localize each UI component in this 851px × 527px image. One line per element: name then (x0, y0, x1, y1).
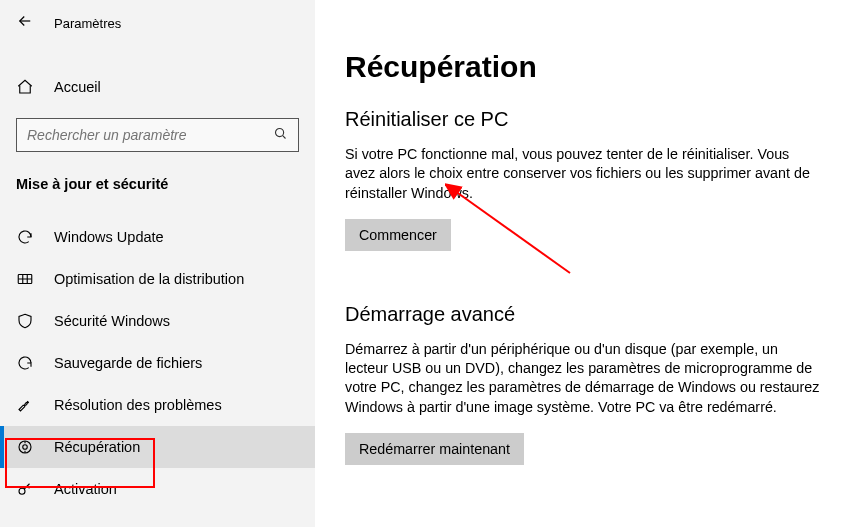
sidebar-item-delivery-optimization[interactable]: Optimisation de la distribution (0, 258, 315, 300)
back-arrow-icon[interactable] (16, 12, 34, 34)
nav-label: Optimisation de la distribution (54, 271, 244, 287)
app-title: Paramètres (54, 16, 121, 31)
section-text-advanced-startup: Démarrez à partir d'un périphérique ou d… (345, 340, 821, 417)
sync-icon (16, 228, 34, 246)
svg-point-0 (276, 129, 284, 137)
restart-now-button[interactable]: Redémarrer maintenant (345, 433, 524, 465)
optimization-icon (16, 270, 34, 288)
home-nav-item[interactable]: Accueil (0, 66, 315, 108)
svg-point-3 (23, 445, 28, 450)
search-icon (273, 126, 288, 144)
home-label: Accueil (54, 79, 101, 95)
nav-label: Résolution des problèmes (54, 397, 222, 413)
svg-point-4 (19, 488, 25, 494)
sidebar-item-windows-security[interactable]: Sécurité Windows (0, 300, 315, 342)
main-content: Récupération Réinitialiser ce PC Si votr… (315, 0, 851, 527)
header-row: Paramètres (0, 8, 315, 42)
nav-label: Activation (54, 481, 117, 497)
nav-label: Windows Update (54, 229, 164, 245)
wrench-icon (16, 396, 34, 414)
search-input[interactable] (27, 127, 273, 143)
shield-icon (16, 312, 34, 330)
home-icon (16, 78, 34, 96)
page-title: Récupération (345, 50, 821, 84)
category-title: Mise à jour et sécurité (0, 176, 315, 192)
section-heading-advanced-startup: Démarrage avancé (345, 303, 821, 326)
backup-icon (16, 354, 34, 372)
nav-label: Sauvegarde de fichiers (54, 355, 202, 371)
sidebar-item-recovery[interactable]: Récupération (0, 426, 315, 468)
nav-label: Récupération (54, 439, 140, 455)
section-text-reset: Si votre PC fonctionne mal, vous pouvez … (345, 145, 821, 203)
sidebar: Paramètres Accueil Mise à jour et sécuri… (0, 0, 315, 527)
sidebar-item-troubleshoot[interactable]: Résolution des problèmes (0, 384, 315, 426)
sidebar-item-backup[interactable]: Sauvegarde de fichiers (0, 342, 315, 384)
sidebar-item-activation[interactable]: Activation (0, 468, 315, 510)
search-input-container[interactable] (16, 118, 299, 152)
key-icon (16, 480, 34, 498)
recovery-icon (16, 438, 34, 456)
section-heading-reset: Réinitialiser ce PC (345, 108, 821, 131)
reset-pc-button[interactable]: Commencer (345, 219, 451, 251)
nav-label: Sécurité Windows (54, 313, 170, 329)
sidebar-item-windows-update[interactable]: Windows Update (0, 216, 315, 258)
